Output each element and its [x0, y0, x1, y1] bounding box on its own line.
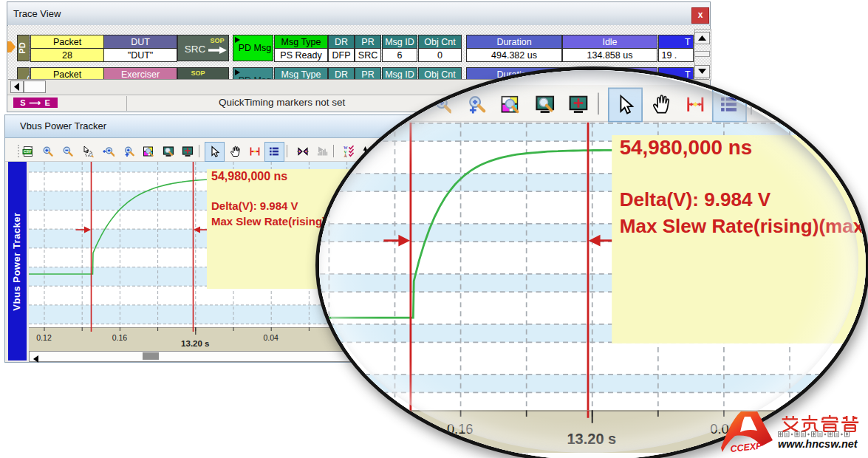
svg-text:CSV: CSV [23, 149, 31, 154]
svg-text:W: W [850, 95, 857, 103]
svg-text:V: V [850, 101, 855, 109]
svg-text:A: A [850, 108, 855, 115]
svg-text:CCEXP: CCEXP [730, 440, 763, 454]
svg-text:A: A [344, 154, 347, 157]
